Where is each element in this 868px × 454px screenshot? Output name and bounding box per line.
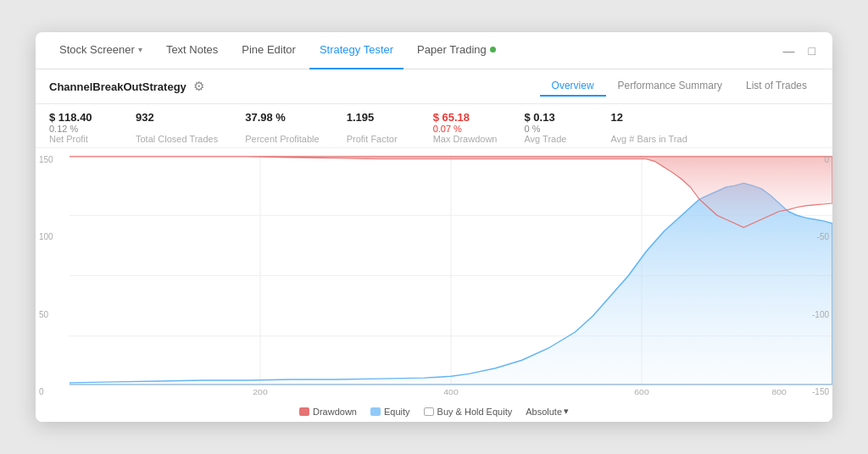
y-label-0: 0 [39,387,53,396]
maximize-button[interactable]: □ [805,42,819,59]
svg-text:800: 800 [771,388,787,396]
strategy-chart: 200 400 600 800 [70,155,832,396]
y-label-100: 100 [39,232,53,241]
max-drawdown-value: $ 65.18 [433,111,498,124]
y-label-50: 50 [39,310,53,319]
buyhold-swatch [424,407,434,416]
y-label-150: 150 [39,155,53,164]
main-window: Stock Screener ▾ Text Notes Pine Editor … [36,32,832,422]
profit-factor-value: 1.195 [347,111,406,124]
y-axis-left: 150 100 50 0 [39,155,53,396]
absolute-button[interactable]: Absolute ▾ [526,406,569,417]
metric-avg-bars-in-trade: 12 Avg # Bars in Trad [610,111,687,144]
chevron-down-icon: ▾ [564,406,569,417]
avg-bars-value: 12 [610,111,687,124]
svg-text:200: 200 [253,388,268,396]
tab-list-of-trades-label: List of Trades [746,80,807,91]
legend-drawdown: Drawdown [299,407,357,417]
strategy-bar: ChannelBreakOutStrategy ⚙ Overview Perfo… [36,69,832,104]
settings-icon[interactable]: ⚙ [193,79,204,94]
avg-trade-value: $ 0.13 [524,111,583,124]
tab-stock-screener[interactable]: Stock Screener ▾ [49,32,153,69]
y-label-right-50: -50 [817,232,829,241]
y-label-right-0: 0 [824,155,829,164]
view-tabs: Overview Performance Summary List of Tra… [540,76,819,97]
avg-trade-sub: 0 % [524,124,583,134]
total-closed-trades-value: 932 [136,111,218,124]
tab-bar: Stock Screener ▾ Text Notes Pine Editor … [36,32,832,69]
metrics-row: $ 118.40 0.12 % Net Profit 932 Total Clo… [36,104,832,148]
equity-swatch [370,407,381,416]
tab-strategy-tester-label: Strategy Tester [320,43,393,56]
metric-avg-trade: $ 0.13 0 % Avg Trade [524,111,583,144]
y-label-right-150: -150 [812,387,829,396]
avg-bars-sub [610,124,687,134]
tab-list-of-trades[interactable]: List of Trades [734,76,819,97]
chart-area: 150 100 50 0 0 -50 -100 -150 [36,148,832,422]
svg-text:600: 600 [634,388,649,396]
drawdown-swatch [299,407,309,416]
total-closed-trades-label: Total Closed Trades [136,134,218,144]
live-dot [490,47,496,53]
tab-overview-label: Overview [552,80,594,91]
tab-text-notes[interactable]: Text Notes [156,32,228,69]
absolute-label: Absolute [526,407,562,417]
total-closed-trades-sub [136,124,218,134]
metric-max-drawdown: $ 65.18 0.07 % Max Drawdown [433,111,498,144]
max-drawdown-label: Max Drawdown [433,134,498,144]
net-profit-value: $ 118.40 [49,111,108,124]
legend-equity: Equity [370,407,410,417]
tab-performance-summary-label: Performance Summary [618,80,722,91]
tab-text-notes-label: Text Notes [166,43,218,56]
tab-performance-summary[interactable]: Performance Summary [606,76,734,97]
window-controls: — □ [780,42,819,59]
legend-buyhold: Buy & Hold Equity [424,407,513,417]
metric-net-profit: $ 118.40 0.12 % Net Profit [49,111,108,144]
metric-profit-factor: 1.195 Profit Factor [347,111,406,144]
tab-pine-editor[interactable]: Pine Editor [231,32,306,69]
net-profit-label: Net Profit [49,134,108,144]
profit-factor-sub [347,124,406,134]
metric-total-closed-trades: 932 Total Closed Trades [136,111,218,144]
minimize-button[interactable]: — [780,42,798,59]
svg-text:400: 400 [443,388,459,396]
percent-profitable-label: Percent Profitable [245,134,319,144]
tab-paper-trading-label: Paper Trading [417,43,487,56]
tab-pine-editor-label: Pine Editor [242,43,296,56]
avg-trade-label: Avg Trade [524,134,583,144]
y-axis-right: 0 -50 -100 -150 [812,155,829,396]
percent-profitable-sub [245,124,319,134]
legend-equity-label: Equity [384,407,410,417]
percent-profitable-value: 37.98 % [245,111,319,124]
tab-paper-trading[interactable]: Paper Trading [407,32,506,69]
chevron-down-icon: ▾ [138,45,142,54]
max-drawdown-sub: 0.07 % [433,124,498,134]
tab-strategy-tester[interactable]: Strategy Tester [309,32,403,69]
chart-legend: Drawdown Equity Buy & Hold Equity Absolu… [299,406,569,417]
tab-overview[interactable]: Overview [540,76,606,97]
tab-stock-screener-label: Stock Screener [59,43,135,56]
profit-factor-label: Profit Factor [347,134,406,144]
y-label-right-100: -100 [812,310,829,319]
metric-percent-profitable: 37.98 % Percent Profitable [245,111,319,144]
strategy-name: ChannelBreakOutStrategy [49,80,186,93]
avg-bars-label: Avg # Bars in Trad [610,134,687,144]
legend-buyhold-label: Buy & Hold Equity [437,407,513,417]
net-profit-sub: 0.12 % [49,124,108,134]
legend-drawdown-label: Drawdown [313,407,357,417]
